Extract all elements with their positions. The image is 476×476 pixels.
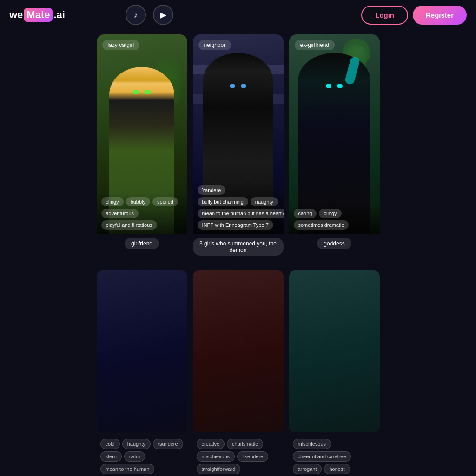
tag-mean-heart: mean to the human but has a heart of gol… xyxy=(198,209,284,218)
card-tags-lazy: clingy bubbly spoiled adventurous playfu… xyxy=(97,192,187,234)
card-label-badge-girlfriend: girlfriend xyxy=(125,238,159,249)
card-exgirlfriend[interactable]: ex-girlfriend caring clingy sometimes dr… xyxy=(289,34,380,256)
logo-ai-text: .ai xyxy=(53,9,65,21)
card-image-neighbor: neighbor Yandere bully but charming naug… xyxy=(193,34,284,234)
logo-mate-text: Mate xyxy=(24,8,53,22)
role-badge-exgf: ex-girlfriend xyxy=(295,40,335,50)
card-tags-mischievous: mischievous cheerful and carefree arroga… xyxy=(289,435,380,476)
card-image-exgf: ex-girlfriend caring clingy sometimes dr… xyxy=(289,34,380,234)
tag-tsendere: Tsendere xyxy=(237,451,268,462)
tag-haughty: haughty xyxy=(122,439,151,449)
card-label-girlfriend: girlfriend xyxy=(97,238,187,249)
tag-clingy: clingy xyxy=(101,197,124,206)
card-label-badge-summoned: 3 girls who summoned you, the demon xyxy=(193,238,284,256)
tag-charismatic: charismatic xyxy=(227,439,263,449)
tag-playful: playful and flirtatious xyxy=(101,220,157,230)
card-creative[interactable]: creative charismatic mischievous Tsender… xyxy=(193,270,284,476)
card-label-summoned: 3 girls who summoned you, the demon xyxy=(193,238,284,256)
tag-infp: INFP with Enneagram Type 7 xyxy=(198,220,273,230)
card-image-cold xyxy=(97,270,187,432)
tag-cheerful: cheerful and carefree xyxy=(293,451,351,462)
youtube-icon: ▶ xyxy=(160,10,166,20)
youtube-button[interactable]: ▶ xyxy=(153,5,173,25)
tag-dramatic: sometimes dramatic xyxy=(294,220,349,230)
tag-honest: honest xyxy=(324,464,350,474)
tag-clingy-exgf: clingy xyxy=(319,209,341,218)
tag-mean-human: mean to the human xyxy=(100,464,155,474)
login-button[interactable]: Login xyxy=(361,6,408,25)
role-badge-lazy: lazy catgirl xyxy=(102,40,140,50)
tiktok-button[interactable]: ♪ xyxy=(126,5,146,25)
register-button[interactable]: Register xyxy=(413,6,467,25)
tag-spoiled: spoiled xyxy=(152,197,178,206)
card-label-goddess: goddess xyxy=(289,238,380,249)
card-tags-neighbor: Yandere bully but charming naughty mean … xyxy=(193,181,284,234)
card-image-mischievous xyxy=(289,270,380,432)
card-image-lazy: lazy catgirl clingy bubbly spoiled adven… xyxy=(97,34,187,234)
tag-caring: caring xyxy=(294,209,317,218)
tag-calm: calm xyxy=(124,451,145,462)
card-mischievous[interactable]: mischievous cheerful and carefree arroga… xyxy=(289,270,380,476)
social-icons: ♪ ▶ xyxy=(126,5,173,25)
top-cards-row: lazy catgirl clingy bubbly spoiled adven… xyxy=(0,34,476,256)
card-lazy-catgirl[interactable]: lazy catgirl clingy bubbly spoiled adven… xyxy=(97,34,187,256)
tag-adventurous: adventurous xyxy=(101,209,139,218)
tag-creative: creative xyxy=(197,439,225,449)
bottom-cards-row: cold haughty tsundere stern calm mean to… xyxy=(0,270,476,476)
tag-cold: cold xyxy=(100,439,120,449)
card-label-badge-goddess: goddess xyxy=(317,238,351,249)
logo[interactable]: we Mate .ai xyxy=(9,8,65,22)
tag-naughty: naughty xyxy=(251,197,278,206)
tag-mischievous-creative: mischievous xyxy=(197,451,235,462)
tag-stern: stern xyxy=(100,451,122,462)
tag-straightforward: straightforward xyxy=(197,464,241,474)
header: we Mate .ai ♪ ▶ Login Register xyxy=(0,0,476,30)
card-tags-cold: cold haughty tsundere stern calm mean to… xyxy=(97,435,187,476)
role-badge-neighbor: neighbor xyxy=(198,40,231,50)
tag-yandere: Yandere xyxy=(198,185,226,195)
tag-tsundere: tsundere xyxy=(153,439,183,449)
card-neighbor[interactable]: neighbor Yandere bully but charming naug… xyxy=(193,34,284,256)
card-cold[interactable]: cold haughty tsundere stern calm mean to… xyxy=(97,270,187,476)
logo-we-text: we xyxy=(9,9,23,21)
tag-bully-charming: bully but charming xyxy=(198,197,248,206)
tag-arrogant: arrogant xyxy=(293,464,322,474)
card-tags-creative: creative charismatic mischievous Tsender… xyxy=(193,435,284,476)
card-image-creative xyxy=(193,270,284,432)
card-tags-exgf: caring clingy sometimes dramatic xyxy=(289,204,380,234)
tag-bubbly: bubbly xyxy=(126,197,150,206)
tag-mischievous: mischievous xyxy=(293,439,331,449)
auth-buttons: Login Register xyxy=(361,6,467,25)
tiktok-icon: ♪ xyxy=(133,10,138,20)
